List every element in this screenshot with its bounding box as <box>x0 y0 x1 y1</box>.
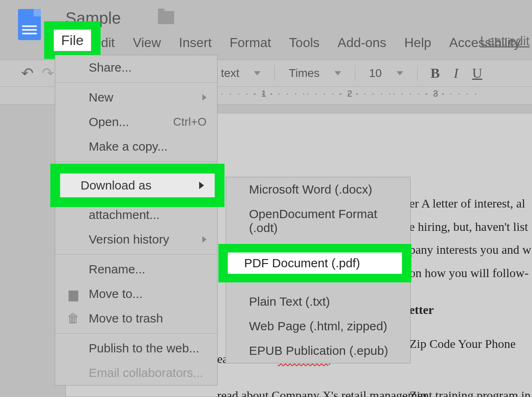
highlight-pdf-document: PDF Document (.pdf) <box>218 244 411 282</box>
font-family-value: Times <box>289 67 319 80</box>
submenu-item-txt[interactable]: Plain Text (.txt) <box>226 289 410 314</box>
menu-file[interactable]: File <box>54 29 92 51</box>
font-family-dropdown[interactable]: Times <box>285 67 345 80</box>
folder-icon[interactable] <box>158 11 174 24</box>
folder-icon: ▆ <box>66 287 81 301</box>
file-menu-dropdown: Share... New Open...Ctrl+O Make a copy..… <box>55 55 218 386</box>
menu-item-move-to[interactable]: ▆Move to... <box>55 282 217 306</box>
submenu-item-pdf[interactable]: PDF Document (.pdf) <box>228 253 402 274</box>
doc-text: er A letter of interest, al <box>409 195 532 212</box>
bold-button[interactable]: B <box>427 65 443 81</box>
menu-item-download-as[interactable]: Download as <box>60 174 215 197</box>
menu-help[interactable]: Help <box>395 32 440 54</box>
redo-icon[interactable]: ↷ <box>42 65 54 82</box>
highlight-file-menu: File <box>44 21 101 59</box>
highlight-download-as: Download as <box>50 164 224 207</box>
font-size-value: 10 <box>369 67 382 80</box>
submenu-item-odt[interactable]: OpenDocument Format (.odt) <box>226 202 410 240</box>
menu-item-open[interactable]: Open...Ctrl+O <box>55 110 217 134</box>
doc-text: on how you will follow- <box>409 265 532 282</box>
doc-text: Zip Code Your Phone <box>409 336 532 352</box>
menubar: File Edit View Insert Format Tools Add-o… <box>44 32 530 54</box>
chevron-down-icon <box>397 71 403 75</box>
menu-addons[interactable]: Add-ons <box>329 32 395 54</box>
doc-text: read about Company X's retail management… <box>217 387 532 397</box>
chevron-down-icon <box>334 71 341 75</box>
ruler-tick-3: 3 <box>393 88 478 99</box>
menu-item-rename[interactable]: Rename... <box>55 257 217 282</box>
chevron-right-icon <box>202 94 207 101</box>
submenu-item-epub[interactable]: EPUB Publication (.epub) <box>226 338 410 363</box>
submenu-item-docx[interactable]: Microsoft Word (.docx) <box>226 177 410 202</box>
underline-button[interactable]: U <box>469 65 486 81</box>
menu-tools[interactable]: Tools <box>280 32 329 54</box>
font-size-dropdown[interactable]: 10 <box>365 67 407 80</box>
menu-insert[interactable]: Insert <box>170 32 220 54</box>
chevron-right-icon <box>199 182 204 189</box>
doc-text: etter <box>409 302 532 318</box>
last-edit-link[interactable]: Last edit <box>480 34 530 49</box>
docs-app-icon[interactable] <box>18 9 41 40</box>
italic-button[interactable]: I <box>450 65 461 81</box>
menu-item-make-copy[interactable]: Make a copy... <box>55 134 217 159</box>
ruler-tick-2: 2 <box>307 88 393 99</box>
menu-item-email-collaborators[interactable]: Email collaborators... <box>55 361 217 385</box>
submenu-item-html[interactable]: Web Page (.html, zipped) <box>226 314 410 338</box>
shortcut-label: Ctrl+O <box>173 115 207 129</box>
chevron-right-icon <box>202 236 207 243</box>
menu-view[interactable]: View <box>124 32 170 54</box>
doc-text: pany interests you and w <box>409 241 532 258</box>
undo-icon[interactable]: ↶ <box>21 65 34 82</box>
menu-item-version-history[interactable]: Version history <box>55 227 217 252</box>
menu-item-new[interactable]: New <box>55 85 217 110</box>
menu-format[interactable]: Format <box>221 32 280 54</box>
menu-item-move-to-trash[interactable]: 🗑Move to trash <box>55 306 217 331</box>
doc-text: e hiring, but, haven't list <box>409 219 532 235</box>
trash-icon: 🗑 <box>66 311 81 325</box>
star-icon[interactable]: ☆ <box>133 10 146 27</box>
menu-item-share[interactable]: Share... <box>55 55 217 80</box>
ruler-tick-1: 1 <box>221 88 307 99</box>
menu-item-publish-web[interactable]: Publish to the web... <box>55 336 217 361</box>
chevron-down-icon <box>254 71 260 75</box>
